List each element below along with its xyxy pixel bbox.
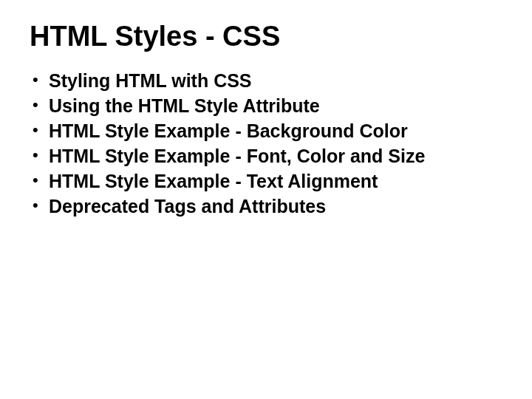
bullet-list: Styling HTML with CSS Using the HTML Sty… xyxy=(30,69,502,219)
slide-title: HTML Styles - CSS xyxy=(30,21,502,52)
list-item: HTML Style Example - Background Color xyxy=(49,119,502,143)
list-item: HTML Style Example - Font, Color and Siz… xyxy=(49,144,502,168)
list-item: Styling HTML with CSS xyxy=(49,69,502,93)
list-item: Using the HTML Style Attribute xyxy=(49,94,502,118)
slide-container: HTML Styles - CSS Styling HTML with CSS … xyxy=(0,0,532,399)
list-item: HTML Style Example - Text Alignment xyxy=(49,169,502,194)
list-item: Deprecated Tags and Attributes xyxy=(49,194,502,219)
